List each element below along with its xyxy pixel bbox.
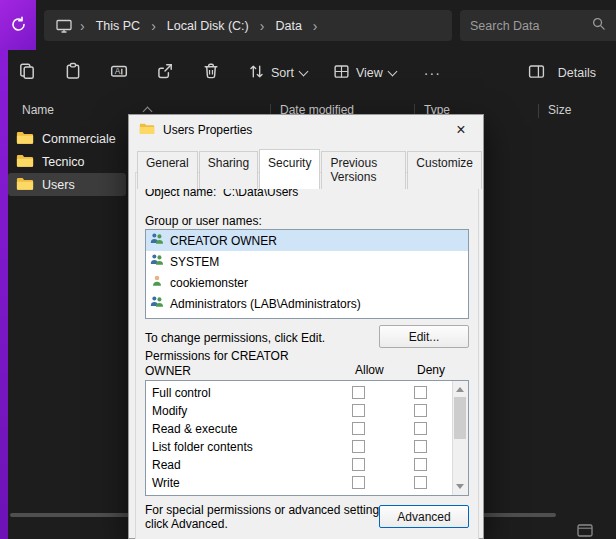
permission-name: Modify [152, 404, 187, 418]
allow-checkbox[interactable] [352, 476, 365, 489]
permission-name: Write [152, 476, 180, 490]
command-toolbar: A Sort View [8, 50, 616, 96]
view-label: View [356, 66, 383, 80]
deny-checkbox[interactable] [414, 404, 427, 417]
paste-button[interactable] [62, 58, 84, 88]
breadcrumb-chevron[interactable]: › [76, 18, 89, 34]
group-or-user-names-label: Group or user names: [145, 214, 262, 228]
share-button[interactable] [154, 58, 176, 88]
chevron-down-icon [387, 67, 397, 77]
search-icon [591, 16, 606, 35]
list-item-cookiemonster[interactable]: cookiemonster [146, 272, 468, 293]
deny-checkbox[interactable] [414, 440, 427, 453]
delete-icon [202, 62, 220, 84]
refresh-button[interactable] [6, 14, 30, 38]
permission-row-read-execute: Read & execute [146, 420, 453, 438]
sort-icon [248, 63, 265, 84]
group-users-icon [150, 253, 164, 270]
sort-label: Sort [271, 66, 294, 80]
advanced-hint-line2: click Advanced. [145, 517, 388, 531]
svg-text:A: A [115, 66, 121, 76]
permission-name: Read & execute [152, 422, 237, 436]
dialog-title-bar[interactable]: Users Properties × [129, 115, 483, 145]
allow-checkbox[interactable] [352, 440, 365, 453]
copy-button[interactable] [16, 58, 38, 88]
allow-checkbox[interactable] [352, 422, 365, 435]
copy-icon [18, 62, 36, 84]
this-pc-icon [52, 19, 76, 33]
close-icon[interactable]: × [449, 118, 473, 142]
allow-checkbox[interactable] [352, 404, 365, 417]
list-item-system[interactable]: SYSTEM [146, 251, 468, 272]
scroll-down-icon[interactable] [456, 484, 464, 493]
search-input[interactable]: Search Data [460, 10, 616, 41]
more-options-button[interactable]: ··· [424, 65, 441, 81]
view-menu-button[interactable]: View [333, 63, 396, 84]
allow-column-label: Allow [355, 363, 384, 377]
tab-sharing[interactable]: Sharing [199, 151, 258, 189]
tab-previous-versions[interactable]: Previous Versions [321, 151, 406, 189]
permission-row-full-control: Full control [146, 384, 453, 402]
column-divider[interactable] [538, 104, 539, 118]
deny-column-label: Deny [417, 363, 445, 377]
tab-general[interactable]: General [137, 151, 198, 189]
permissions-scrollbar[interactable] [452, 381, 468, 495]
scrollbar-thumb[interactable] [454, 397, 466, 439]
file-name: Commerciale [42, 132, 116, 146]
permission-row-read: Read [146, 456, 453, 474]
advanced-hint-line1: For special permissions or advanced sett… [145, 503, 388, 517]
folder-icon [16, 153, 34, 171]
file-name: Users [42, 178, 75, 192]
details-label: Details [558, 66, 596, 80]
file-name: Tecnico [42, 155, 84, 169]
refresh-icon [10, 16, 27, 37]
column-header-size[interactable]: Size [548, 103, 571, 117]
tab-customize[interactable]: Customize [407, 151, 482, 189]
user-name: cookiemonster [170, 276, 248, 290]
breadcrumb-local-disk[interactable]: Local Disk (C:) [160, 16, 256, 36]
file-row-commerciale[interactable]: Commerciale [8, 127, 126, 150]
deny-checkbox[interactable] [414, 422, 427, 435]
breadcrumb-data[interactable]: Data [268, 16, 308, 36]
user-name: CREATOR OWNER [170, 234, 277, 248]
group-users-icon [150, 295, 164, 312]
share-icon [156, 62, 174, 84]
allow-checkbox[interactable] [352, 386, 365, 399]
file-row-users[interactable]: Users [8, 173, 126, 196]
group-users-icon [150, 232, 164, 249]
file-row-tecnico[interactable]: Tecnico [8, 150, 126, 173]
paste-icon [64, 62, 82, 84]
search-placeholder: Search Data [470, 19, 539, 33]
edit-permissions-hint: To change permissions, click Edit. [145, 331, 325, 345]
breadcrumb-chevron[interactable]: › [147, 18, 160, 34]
advanced-settings-hint: For special permissions or advanced sett… [145, 503, 388, 531]
breadcrumb-this-pc[interactable]: This PC [89, 16, 147, 36]
rename-button[interactable]: A [108, 58, 130, 88]
tab-security[interactable]: Security [259, 149, 320, 189]
delete-button[interactable] [200, 58, 222, 88]
breadcrumb-chevron[interactable]: › [256, 18, 269, 34]
user-name: Administrators (LAB\Administrators) [170, 297, 361, 311]
permissions-title-line1: Permissions for CREATOR [145, 349, 289, 364]
list-item-administrators[interactable]: Administrators (LAB\Administrators) [146, 293, 468, 314]
permission-row-modify: Modify [146, 402, 453, 420]
users-properties-dialog: Users Properties × General Sharing Secur… [128, 114, 484, 539]
scroll-up-icon[interactable] [456, 383, 464, 392]
chevron-down-icon [298, 67, 308, 77]
breadcrumb-chevron[interactable]: › [309, 18, 322, 34]
deny-checkbox[interactable] [414, 476, 427, 489]
edit-button[interactable]: Edit... [379, 325, 469, 348]
details-pane-button[interactable]: Details [528, 64, 602, 83]
column-header-name[interactable]: Name [22, 103, 54, 117]
list-item-creator-owner[interactable]: CREATOR OWNER [146, 230, 468, 251]
deny-checkbox[interactable] [414, 458, 427, 471]
window-corner-icon[interactable] [577, 523, 593, 539]
folder-icon [16, 176, 34, 194]
sort-menu-button[interactable]: Sort [248, 63, 307, 84]
details-pane-icon [528, 64, 545, 83]
advanced-button[interactable]: Advanced [379, 505, 469, 528]
permission-name: Full control [152, 386, 211, 400]
allow-checkbox[interactable] [352, 458, 365, 471]
deny-checkbox[interactable] [414, 386, 427, 399]
address-bar[interactable]: › This PC › Local Disk (C:) › Data › [44, 10, 452, 41]
